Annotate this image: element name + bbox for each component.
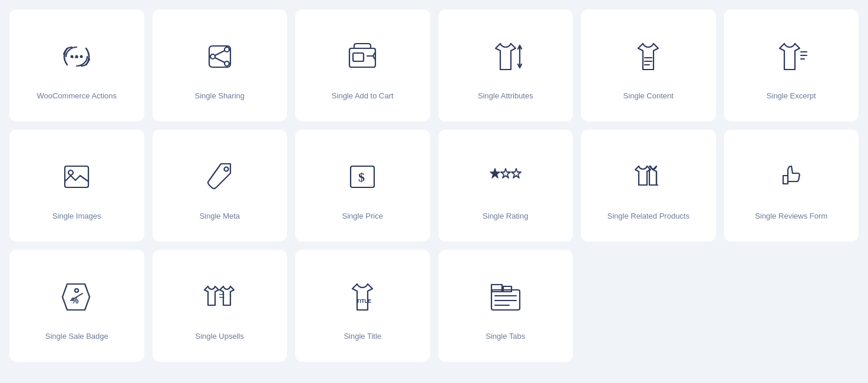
card-single-sale-badge[interactable]: % Single Sale Badge <box>9 250 144 362</box>
card-single-images[interactable]: Single Images <box>9 130 144 242</box>
single-sharing-icon <box>196 33 243 80</box>
svg-point-5 <box>225 47 229 52</box>
svg-point-6 <box>210 54 215 59</box>
woocommerce-actions-icon: ··· <box>53 33 100 80</box>
svg-rect-34 <box>491 285 502 292</box>
single-images-icon <box>53 153 100 200</box>
card-label-single-rating: Single Rating <box>483 211 528 222</box>
card-label-single-content: Single Content <box>623 91 674 101</box>
card-single-sharing[interactable]: Single Sharing <box>153 9 288 121</box>
card-label-single-attributes: Single Attributes <box>478 91 533 101</box>
svg-point-28 <box>75 289 78 292</box>
single-content-icon <box>625 33 672 80</box>
svg-line-9 <box>215 58 225 62</box>
card-single-rating[interactable]: Single Rating <box>438 130 573 242</box>
card-single-related-products[interactable]: Single Related Products <box>581 130 716 242</box>
card-label-single-excerpt: Single Excerpt <box>767 91 816 101</box>
single-price-icon: $ <box>339 153 386 200</box>
card-single-reviews-form[interactable]: Single Reviews Form <box>724 130 859 242</box>
single-upsells-icon: = <box>196 273 243 321</box>
card-label-single-meta: Single Meta <box>199 211 240 222</box>
card-single-content[interactable]: Single Content <box>581 9 716 121</box>
svg-text:TITLE: TITLE <box>357 298 371 304</box>
card-single-price[interactable]: $ Single Price <box>295 130 430 242</box>
card-label-single-price: Single Price <box>342 211 383 222</box>
card-single-add-to-cart[interactable]: Single Add to Cart <box>295 9 430 121</box>
single-add-to-cart-icon <box>339 33 386 80</box>
card-single-tabs[interactable]: Single Tabs <box>438 250 573 362</box>
svg-point-21 <box>224 167 228 171</box>
card-label-single-sale-badge: Single Sale Badge <box>45 331 108 342</box>
card-label-single-upsells: Single Upsells <box>196 331 244 342</box>
single-tabs-icon <box>482 273 529 321</box>
card-label-single-reviews-form: Single Reviews Form <box>755 211 827 222</box>
svg-point-2 <box>75 55 78 58</box>
svg-rect-11 <box>353 53 364 61</box>
card-single-upsells[interactable]: = Single Upsells <box>153 250 288 362</box>
card-single-excerpt[interactable]: Single Excerpt <box>724 9 859 121</box>
svg-point-1 <box>71 55 74 58</box>
single-rating-icon <box>482 153 529 200</box>
card-single-title[interactable]: TITLE Single Title <box>295 250 430 362</box>
single-related-products-icon <box>625 153 672 200</box>
svg-line-8 <box>215 51 225 55</box>
svg-rect-35 <box>503 286 511 292</box>
card-single-attributes[interactable]: Single Attributes <box>438 9 573 121</box>
card-label-single-sharing: Single Sharing <box>194 91 245 101</box>
card-label-single-title: Single Title <box>344 331 381 342</box>
svg-rect-4 <box>209 46 230 67</box>
widget-grid: ··· WooCommerce Actions <box>9 9 859 362</box>
single-sale-badge-icon: % <box>53 273 100 321</box>
card-label-single-tabs: Single Tabs <box>486 331 525 342</box>
single-reviews-form-icon <box>768 153 815 200</box>
single-attributes-icon <box>482 33 529 80</box>
svg-point-3 <box>80 55 83 58</box>
card-label-woocommerce-actions: WooCommerce Actions <box>37 91 117 101</box>
single-meta-icon <box>196 153 243 200</box>
card-label-single-related-products: Single Related Products <box>608 211 689 222</box>
svg-rect-19 <box>65 166 88 187</box>
card-woocommerce-actions[interactable]: ··· WooCommerce Actions <box>9 9 144 121</box>
single-title-icon: TITLE <box>339 273 386 321</box>
svg-text:$: $ <box>358 170 365 184</box>
svg-marker-24 <box>490 169 500 178</box>
svg-point-20 <box>68 170 73 175</box>
card-single-meta[interactable]: Single Meta <box>153 130 288 242</box>
svg-marker-25 <box>501 169 510 178</box>
card-label-single-images: Single Images <box>52 211 101 222</box>
svg-marker-26 <box>511 169 521 178</box>
card-label-single-add-to-cart: Single Add to Cart <box>332 91 394 101</box>
svg-point-7 <box>225 61 229 66</box>
single-excerpt-icon <box>768 33 815 80</box>
